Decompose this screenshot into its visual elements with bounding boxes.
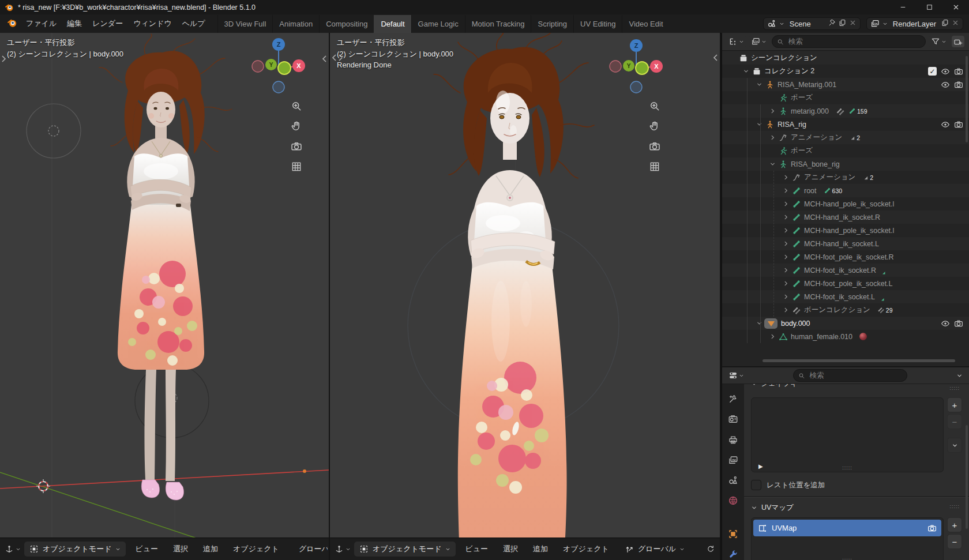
outliner-row-body-000[interactable]: body.000 — [722, 317, 969, 330]
properties-icon[interactable] — [727, 370, 746, 381]
chevron-right-icon[interactable] — [768, 134, 778, 141]
menu-view[interactable]: ビュー — [459, 542, 494, 557]
viewport-left-canvas[interactable]: Z Y X — [0, 33, 329, 538]
shape-key-specials-button[interactable] — [947, 438, 962, 453]
outliner-row-root[interactable]: root 630 — [722, 184, 969, 197]
menu-edit[interactable]: 編集 — [62, 16, 87, 31]
outliner-row-bone[interactable]: MCH-foot_ik_socket.L — [722, 290, 969, 303]
outliner-row-human-female[interactable]: human_female.010 — [722, 330, 969, 343]
chevron-right-icon[interactable] — [781, 254, 791, 260]
menu-window[interactable]: ウィンドウ — [128, 16, 177, 31]
item-label[interactable]: アニメーション — [804, 172, 855, 182]
chevron-right-icon[interactable] — [781, 294, 791, 300]
item-label[interactable]: ボーンコレクション — [804, 305, 870, 315]
tab-game-logic[interactable]: Game Logic — [411, 15, 465, 33]
uvmap-item-selected[interactable]: UVMap — [753, 520, 941, 536]
menu-add[interactable]: 追加 — [197, 542, 224, 557]
outliner-row-bone[interactable]: MCH-hand_ik_socket.L — [722, 237, 969, 250]
play-icon[interactable]: ▶ — [758, 463, 763, 469]
pin-icon[interactable] — [828, 19, 836, 28]
tab-object-icon[interactable] — [727, 528, 739, 540]
item-label[interactable]: metarig.000 — [791, 107, 829, 115]
transform-orientation-dropdown[interactable]: グローバル — [625, 544, 685, 554]
outliner-row-metarig-000[interactable]: metarig.000 159 — [722, 104, 969, 118]
outliner-row-risa-metarig[interactable]: RISA_Metarig.001 — [722, 78, 969, 91]
outliner-row-scene-collection[interactable]: シーンコレクション — [722, 51, 969, 65]
item-label[interactable]: ポーズ — [791, 146, 813, 156]
tab-tool-icon[interactable] — [727, 393, 739, 405]
checkbox-icon[interactable]: ✓ — [928, 67, 937, 76]
tab-scene-icon[interactable] — [727, 475, 739, 486]
outliner-row-collection-2[interactable]: コレクション 2 ✓ — [722, 65, 969, 78]
scene-selector[interactable]: Scene — [763, 17, 861, 30]
item-label[interactable]: RISA_rig — [778, 121, 806, 129]
outliner-row-bone[interactable]: MCH-foot_pole_ik_socket.L — [722, 277, 969, 290]
chevron-right-icon[interactable] — [781, 187, 791, 194]
tab-3d-view-full[interactable]: 3D View Full — [217, 15, 273, 33]
tab-uv-editing[interactable]: UV Editing — [573, 15, 622, 33]
camera-visibility-icon[interactable] — [954, 80, 963, 89]
item-label[interactable]: アニメーション — [791, 133, 842, 142]
viewport-right[interactable]: Z Y X ユーザー・平行投影 (2) シーンコレクション | body.000… — [330, 33, 720, 560]
tab-scripting[interactable]: Scripting — [531, 15, 573, 33]
mode-dropdown[interactable]: オブジェクトモード — [24, 542, 126, 557]
add-uvmap-button[interactable]: + — [947, 517, 962, 532]
item-label[interactable]: body.000 — [781, 320, 810, 328]
chevron-right-icon[interactable] — [781, 201, 791, 207]
properties-options-dropdown[interactable] — [955, 371, 964, 380]
menu-select[interactable]: 選択 — [167, 542, 194, 557]
item-label[interactable]: コレクション 2 — [764, 66, 814, 76]
list-resize-grip[interactable]: ::::: — [842, 557, 852, 560]
eye-icon[interactable] — [941, 80, 950, 89]
chevron-right-icon[interactable] — [768, 333, 778, 340]
scene-name[interactable]: Scene — [787, 20, 825, 28]
outliner-row-animation[interactable]: アニメーション 2 — [722, 131, 969, 144]
tab-output-icon[interactable] — [727, 434, 739, 445]
properties-search[interactable] — [793, 369, 907, 382]
shape-keys-list[interactable]: ▶ ::::: — [751, 397, 944, 472]
chevron-down-icon[interactable] — [754, 81, 764, 88]
camera-visibility-icon[interactable] — [954, 120, 963, 129]
tab-video-edit[interactable]: Video Edit — [622, 15, 669, 33]
eye-icon[interactable] — [941, 319, 950, 328]
refresh-icon[interactable] — [706, 544, 715, 554]
item-label[interactable]: ポーズ — [791, 93, 813, 103]
item-label[interactable]: MCH-foot_ik_socket.R — [804, 266, 876, 275]
horizontal-scrollbar[interactable] — [763, 359, 955, 362]
item-label[interactable]: RISA_Metarig.001 — [778, 81, 836, 89]
shape-keys-panel-header[interactable]: シェイプキー ::::: — [751, 384, 963, 393]
chevron-right-icon[interactable] — [781, 214, 791, 220]
outliner-row-pose[interactable]: ポーズ — [722, 91, 969, 104]
panel-grip[interactable]: ::::: — [949, 385, 960, 391]
uv-maps-panel-header[interactable]: UVマップ ::::: — [751, 499, 963, 516]
eye-icon[interactable] — [941, 120, 950, 129]
blender-menu-icon[interactable] — [3, 18, 21, 30]
view-layer-name[interactable]: RenderLayer — [891, 20, 938, 28]
tab-view-layer-icon[interactable] — [727, 454, 739, 466]
camera-render-icon[interactable] — [927, 524, 937, 533]
menu-view[interactable]: ビュー — [129, 542, 164, 557]
item-label[interactable]: シーンコレクション — [751, 53, 817, 63]
tab-compositing[interactable]: Compositing — [319, 15, 374, 33]
item-label[interactable]: MCH-hand_ik_socket.R — [804, 213, 880, 221]
chevron-down-icon[interactable] — [741, 68, 751, 74]
search-input[interactable] — [787, 37, 921, 46]
transform-orientation-dropdown[interactable]: グローバル — [295, 544, 328, 554]
outliner-row-risa-rig[interactable]: RISA_rig — [722, 118, 969, 131]
outliner-row-bone[interactable]: MCH-hand_ik_socket.R — [722, 211, 969, 224]
outliner-row-bone[interactable]: MCH-hand_pole_ik_socket.l — [722, 224, 969, 237]
tab-render-icon[interactable] — [727, 414, 739, 425]
outliner-search[interactable] — [772, 35, 926, 48]
item-label[interactable]: MCH-foot_pole_ik_socket.R — [804, 253, 894, 261]
maximize-button[interactable] — [916, 0, 942, 14]
viewport-left[interactable]: Z Y X ユーザー・平行投影 (2) シーンコレクション | body.000 — [0, 33, 329, 560]
chevron-right-icon[interactable] — [781, 307, 791, 313]
outliner-row-bone[interactable]: MCH-foot_ik_socket.R — [722, 264, 969, 277]
item-label[interactable]: MCH-hand_ik_socket.L — [804, 240, 879, 248]
eye-icon[interactable] — [941, 67, 950, 76]
new-layer-icon[interactable] — [941, 19, 949, 28]
remove-uvmap-button[interactable]: − — [947, 534, 962, 549]
menu-add[interactable]: 追加 — [527, 542, 554, 557]
tab-world-icon[interactable] — [727, 495, 739, 506]
chevron-right-icon[interactable] — [781, 174, 791, 181]
